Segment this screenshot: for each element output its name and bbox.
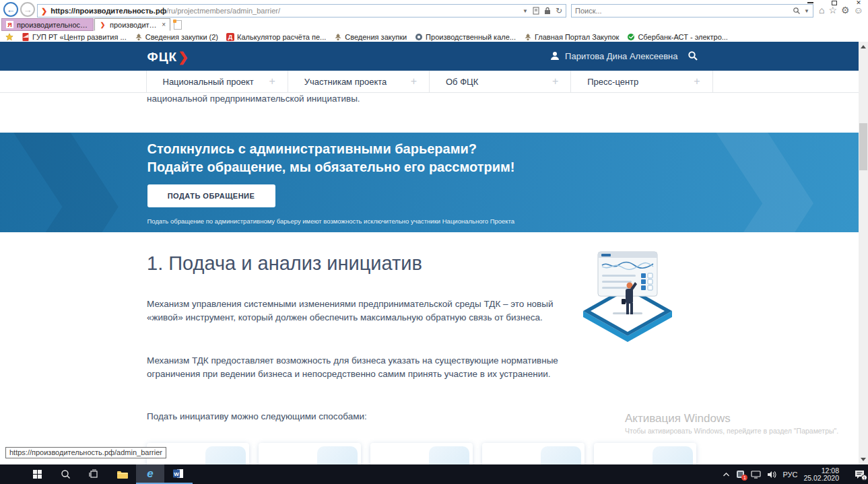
vertical-scrollbar[interactable]: [859, 42, 868, 464]
browser-viewport: ФЦК❯ Паритова Дина Алексеевна Национальн…: [0, 42, 868, 464]
close-button[interactable]: ✕: [855, 0, 863, 7]
nav-item-about-fck[interactable]: Об ФЦК+: [429, 71, 570, 92]
refresh-button[interactable]: ↻: [556, 6, 562, 15]
favorite-item[interactable]: Сбербанк-АСТ - электро...: [627, 33, 728, 41]
scrollbar-thumb[interactable]: [859, 123, 867, 170]
method-card[interactable]: «: [259, 443, 361, 464]
nav-item-press-center[interactable]: Пресс-центр+: [570, 71, 712, 92]
url-domain: https://производительность.рф: [51, 7, 166, 15]
windows-logo-icon: [33, 470, 42, 479]
intro-paragraph-tail: национальной предпринимательской инициат…: [147, 94, 360, 104]
windows-activation-subtitle: Чтобы активировать Windows, перейдите в …: [625, 427, 838, 435]
monitor-icon: [751, 471, 761, 479]
back-button[interactable]: ←: [3, 2, 18, 17]
favorites-bar-star-icon[interactable]: [5, 33, 13, 41]
notification-badge: 1: [741, 475, 747, 481]
banner-title-line1: Столкнулись с административными барьерам…: [147, 141, 477, 157]
favorite-item[interactable]: Д Калькулятор расчёта пе...: [226, 33, 326, 41]
fck-logo[interactable]: ФЦК❯: [147, 49, 190, 65]
task-view-button[interactable]: [79, 464, 108, 484]
windows-activation-title: Активация Windows: [625, 412, 731, 425]
volume-icon[interactable]: [767, 471, 776, 479]
clock[interactable]: 12:08 25.02.2020: [803, 467, 839, 482]
word-icon: W: [173, 469, 184, 479]
quote-icon: «: [267, 459, 277, 464]
favorite-item[interactable]: Сведения закупки: [334, 33, 407, 41]
favorite-item[interactable]: Сведения закупки (2): [135, 33, 218, 41]
tray-date: 25.02.2020: [803, 475, 839, 482]
tab-label: производительность.рф — Я...: [17, 21, 89, 29]
tab-bar: Я производительность.рф — Я... ❯ произво…: [0, 18, 868, 31]
tab-yandex-search[interactable]: Я производительность.рф — Я...: [1, 18, 94, 31]
browser-search-box[interactable]: ▼: [571, 4, 813, 18]
scroll-down-arrow[interactable]: [859, 454, 868, 464]
browser-search-input[interactable]: [575, 7, 793, 15]
submit-appeal-button[interactable]: ПОДАТЬ ОБРАЩЕНИЕ: [147, 184, 275, 207]
internet-explorer-icon: e: [147, 468, 153, 479]
method-card[interactable]: «: [370, 443, 473, 464]
banner-title-line2: Подайте обращение, мы обязательно его ра…: [147, 160, 515, 175]
red-d-icon: Д: [226, 33, 234, 41]
link-status-tooltip: https://производительность.рф/admin_barr…: [5, 447, 166, 458]
search-dropdown-caret-icon[interactable]: ▼: [804, 8, 809, 14]
screen: ✕ ← → ❯ https://производительность.рф /r…: [0, 0, 868, 484]
nav-item-project-members[interactable]: Участникам проекта+: [288, 71, 429, 92]
restore-button[interactable]: [830, 0, 838, 7]
language-indicator[interactable]: РУС: [782, 471, 797, 479]
word-button[interactable]: W: [164, 464, 193, 484]
user-menu[interactable]: Паритова Дина Алексеевна: [549, 50, 677, 61]
tab-active-site[interactable]: ❯ производительность.рф ×: [94, 18, 170, 31]
system-tray: 1 РУС 12:08 25.02.2020 1: [723, 464, 868, 484]
quote-icon: «: [155, 459, 165, 464]
plus-icon[interactable]: +: [269, 75, 275, 88]
network-icon[interactable]: [751, 471, 761, 479]
address-bar[interactable]: ❯ https://производительность.рф /ru/proj…: [37, 4, 566, 18]
favorite-item[interactable]: Производственный кале...: [415, 33, 516, 41]
lock-icon: [544, 7, 551, 15]
url-path: /ru/projectmembers/admin_barrier/: [166, 7, 280, 15]
site-favicon: ❯: [99, 21, 106, 28]
action-center-badge: 1: [861, 475, 867, 481]
eagle-icon: [334, 33, 342, 41]
favorite-item[interactable]: ГУП РТ «Центр развития ...: [22, 33, 127, 41]
yandex-favicon: Я: [6, 21, 13, 28]
method-cards-row: « « « « «: [147, 443, 696, 464]
eagle-icon: [135, 33, 143, 41]
eagle-icon: [524, 33, 532, 41]
tray-app-notification[interactable]: 1: [736, 470, 745, 479]
plus-icon[interactable]: +: [694, 75, 700, 88]
autocomplete-caret-icon[interactable]: ▼: [523, 8, 528, 14]
file-explorer-button[interactable]: [108, 464, 136, 484]
taskbar-search-button[interactable]: [51, 464, 79, 484]
folder-icon: [116, 470, 128, 479]
site-search-button[interactable]: [688, 50, 698, 64]
quote-icon: «: [378, 459, 389, 464]
plus-icon[interactable]: +: [411, 75, 417, 88]
action-center-button[interactable]: 1: [855, 470, 865, 479]
method-card[interactable]: «: [594, 443, 696, 464]
search-icon[interactable]: [793, 7, 801, 15]
search-icon: [61, 469, 71, 479]
plus-icon[interactable]: +: [552, 75, 558, 88]
nav-item-national-project[interactable]: Национальный проект+: [146, 71, 288, 92]
forward-button[interactable]: →: [20, 2, 35, 17]
windows-taskbar: e W 1 РУС 12:08 25.02.2020: [0, 464, 868, 484]
site-favicon: ❯: [41, 7, 47, 15]
red-flag-icon: [22, 33, 30, 41]
minimize-button[interactable]: [806, 0, 814, 7]
chevron-up-icon: [723, 472, 730, 477]
section-paragraph-3: Подать инициативу можно следующими спосо…: [147, 410, 585, 423]
favorite-item[interactable]: Главная Портал Закупок: [524, 33, 619, 41]
svg-text:W: W: [174, 471, 179, 477]
internet-explorer-button[interactable]: e: [136, 464, 164, 484]
new-tab-button[interactable]: [174, 20, 182, 30]
scroll-up-arrow[interactable]: [859, 42, 868, 52]
quote-icon: «: [602, 459, 612, 464]
method-card[interactable]: «: [482, 443, 585, 464]
tray-expand-chevron[interactable]: [723, 472, 730, 477]
sberbank-icon: [627, 33, 635, 41]
tab-close-icon[interactable]: ×: [162, 21, 166, 28]
start-button[interactable]: [23, 464, 51, 484]
favorites-bar: ГУП РТ «Центр развития ... Сведения заку…: [0, 32, 868, 42]
compatibility-page-icon[interactable]: [533, 7, 539, 15]
